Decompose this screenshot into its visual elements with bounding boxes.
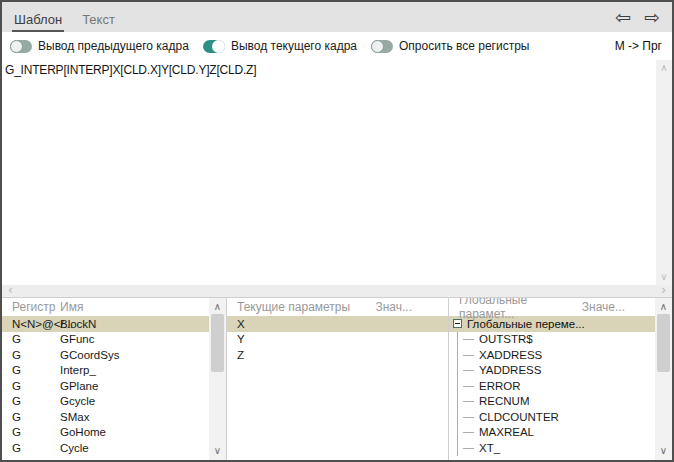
editor-content[interactable]: G_INTERP[INTERP]X[CLD.X]Y[CLD.Y]Z[CLD.Z] — [5, 63, 652, 77]
toggle-poll-all-registers[interactable]: Опросить все регистры — [371, 39, 529, 53]
bottom-panels: Регистр Имя N<N>@</... BlockN G GFunc G … — [2, 297, 672, 460]
toggle-off-icon[interactable] — [371, 40, 393, 53]
scroll-down-icon[interactable]: ∨ — [209, 446, 226, 456]
tree-item[interactable]: CLDCOUNTER — [449, 409, 655, 425]
tree-item[interactable]: RECNUM — [449, 394, 655, 410]
postprocessor-editor-window: Шаблон Текст ⇦ ⇨ Вывод предыдущего кадра… — [0, 0, 674, 462]
global-params-scrollbar[interactable]: ∧ ∨ — [655, 298, 672, 460]
table-row[interactable]: Y — [227, 332, 448, 348]
tree-item[interactable]: XT_ — [449, 440, 655, 456]
toggle-off-icon[interactable] — [10, 40, 32, 53]
tree-item[interactable]: XADDRESS — [449, 347, 655, 363]
collapse-icon[interactable] — [453, 319, 462, 328]
column-name: Текущие параметры — [237, 300, 350, 314]
toggle-label: Вывод предыдущего кадра — [38, 39, 189, 53]
toggle-knob — [10, 40, 23, 53]
scroll-down-icon[interactable]: ∨ — [655, 446, 672, 456]
editor-vertical-scrollbar[interactable]: ∧ ∨ — [656, 60, 672, 285]
scroll-left-icon[interactable]: ‹ — [8, 285, 13, 296]
toggle-output-current-frame[interactable]: Вывод текущего кадра — [203, 39, 357, 53]
column-register: Регистр — [12, 300, 60, 314]
scroll-right-icon[interactable]: › — [661, 285, 666, 296]
tab-template[interactable]: Шаблон — [12, 5, 64, 32]
tree-item[interactable]: YADDRESS — [449, 363, 655, 379]
toggle-toolbar: Вывод предыдущего кадра Вывод текущего к… — [2, 32, 672, 60]
current-params-header: Текущие параметры Знач... — [227, 298, 448, 316]
forward-arrow-icon[interactable]: ⇨ — [644, 8, 660, 27]
table-row[interactable]: G Gcycle — [2, 394, 209, 410]
toggle-knob — [212, 40, 225, 53]
scroll-down-icon[interactable]: ∨ — [656, 272, 672, 282]
current-params-panel: Текущие параметры Знач... X Y Z — [227, 298, 449, 460]
table-row[interactable]: G GCoordSys — [2, 347, 209, 363]
table-row[interactable]: G GFunc — [2, 332, 209, 348]
table-row[interactable]: G Cycle — [2, 440, 209, 456]
registers-header: Регистр Имя — [2, 298, 209, 316]
nav-arrows: ⇦ ⇨ — [615, 8, 672, 27]
tab-text[interactable]: Текст — [80, 5, 117, 32]
column-value: Знач... — [375, 300, 448, 314]
global-params-panel: Глобальные парамет... Значе... Глобальны… — [449, 298, 672, 460]
registers-scrollbar[interactable]: ∧ ∨ — [209, 298, 226, 460]
table-row[interactable]: G GPlane — [2, 378, 209, 394]
tree-item[interactable]: OUTSTR$ — [449, 332, 655, 348]
tree-item[interactable]: ERROR — [449, 378, 655, 394]
scroll-up-icon[interactable]: ∧ — [655, 302, 672, 312]
global-params-header: Глобальные парамет... Значе... — [449, 298, 655, 316]
scrollbar-thumb[interactable] — [657, 314, 670, 372]
tab-bar: Шаблон Текст ⇦ ⇨ — [2, 2, 672, 32]
toggle-on-icon[interactable] — [203, 40, 225, 53]
table-row[interactable]: G Interp_ — [2, 363, 209, 379]
scrollbar-thumb[interactable] — [211, 314, 224, 372]
mode-label: М -> Прг — [615, 39, 672, 53]
table-row[interactable]: N<N>@</... BlockN — [2, 316, 209, 332]
table-row[interactable]: G GoHome — [2, 425, 209, 441]
table-row[interactable]: Z — [227, 347, 448, 363]
tree-root-global-variables[interactable]: Глобальные переме... — [449, 316, 655, 332]
registers-panel: Регистр Имя N<N>@</... BlockN G GFunc G … — [2, 298, 227, 460]
back-arrow-icon[interactable]: ⇦ — [615, 8, 631, 27]
toggle-output-previous-frame[interactable]: Вывод предыдущего кадра — [10, 39, 189, 53]
table-row[interactable]: G SMax — [2, 409, 209, 425]
table-row[interactable]: X — [227, 316, 448, 332]
toggle-label: Опросить все регистры — [399, 39, 529, 53]
editor-horizontal-scrollbar[interactable]: ‹ › — [2, 285, 672, 297]
scroll-up-icon[interactable]: ∧ — [209, 302, 226, 312]
toggle-knob — [371, 40, 384, 53]
column-name: Имя — [60, 300, 83, 314]
column-value: Значе... — [582, 300, 655, 314]
tree-item[interactable]: MAXREAL — [449, 425, 655, 441]
toggle-label: Вывод текущего кадра — [231, 39, 357, 53]
scroll-up-icon[interactable]: ∧ — [656, 63, 672, 73]
template-editor[interactable]: G_INTERP[INTERP]X[CLD.X]Y[CLD.Y]Z[CLD.Z]… — [2, 60, 672, 297]
